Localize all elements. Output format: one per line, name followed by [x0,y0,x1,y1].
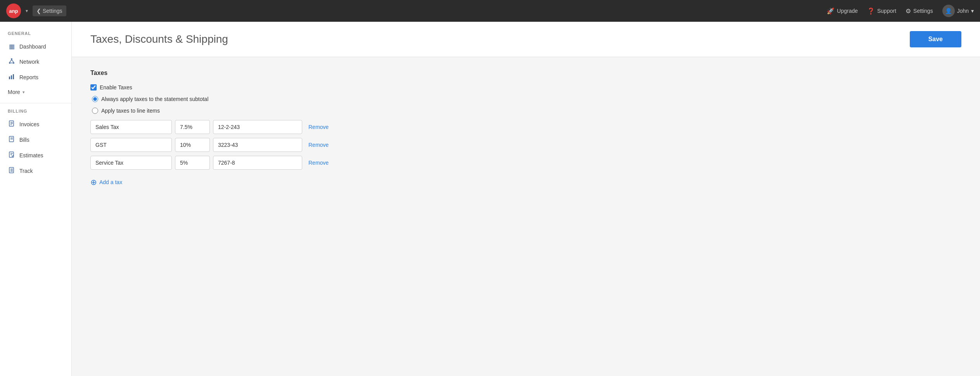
svg-rect-6 [9,77,10,79]
svg-rect-7 [11,75,12,79]
avatar: 👤 [942,5,955,17]
support-action[interactable]: ❓ Support [867,7,896,15]
save-button[interactable]: Save [910,31,961,47]
app-body: GENERAL ▦ Dashboard Network [0,22,980,376]
more-label: More [8,89,20,95]
sidebar-item-reports[interactable]: Reports [0,70,71,85]
avatar-icon: 👤 [945,8,952,14]
sidebar-item-invoices[interactable]: Invoices [0,117,71,132]
radio-statement-subtotal-label: Always apply taxes to the statement subt… [101,96,208,102]
track-icon [8,167,16,175]
page-title: Taxes, Discounts & Shipping [90,33,228,45]
svg-line-4 [12,60,14,62]
page-header: Taxes, Discounts & Shipping Save [72,22,980,57]
taxes-section-title: Taxes [90,70,961,77]
add-tax-label: Add a tax [99,179,122,185]
enable-taxes-checkbox[interactable] [90,84,97,91]
sidebar-more[interactable]: More ▾ [0,85,71,99]
back-icon: ❮ [36,8,41,14]
add-tax-button[interactable]: ⊕ Add a tax [90,178,961,187]
invoices-icon [8,120,16,128]
sidebar-dashboard-label: Dashboard [19,44,46,50]
remove-link-2[interactable]: Remove [308,142,329,148]
bills-icon [8,136,16,144]
sidebar: GENERAL ▦ Dashboard Network [0,22,72,376]
billing-section-label: BILLING [0,107,71,117]
tax-rate-input-2[interactable] [175,138,210,152]
table-row: Remove [90,138,961,152]
top-nav: anp ▾ ❮ Settings 🚀 Upgrade ❓ Support ⚙ S… [0,0,980,22]
table-row: Remove [90,120,961,134]
tax-name-input-3[interactable] [90,156,172,170]
radio-statement-subtotal[interactable]: Always apply taxes to the statement subt… [90,96,961,102]
general-section-label: GENERAL [0,30,71,39]
radio-statement-subtotal-input[interactable] [92,96,98,102]
sidebar-item-track[interactable]: Track [0,163,71,179]
more-chevron-icon: ▾ [23,90,25,95]
table-row: Remove [90,156,961,170]
reports-icon [8,73,16,81]
network-icon [8,58,16,66]
radio-line-items-input[interactable] [92,108,98,114]
radio-line-items-label: Apply taxes to line items [101,108,160,114]
support-label: Support [877,8,896,14]
tax-code-input-2[interactable] [213,138,302,152]
estimates-icon [8,151,16,159]
settings-action[interactable]: ⚙ Settings [906,7,933,15]
user-action[interactable]: 👤 John ▾ [942,5,974,17]
sidebar-item-dashboard[interactable]: ▦ Dashboard [0,39,71,54]
logo-badge[interactable]: anp [6,3,21,18]
settings-nav-label: Settings [913,8,933,14]
sidebar-divider [0,103,71,103]
sidebar-bills-label: Bills [19,137,29,143]
top-nav-right: 🚀 Upgrade ❓ Support ⚙ Settings 👤 John ▾ [827,5,974,17]
user-chevron-icon: ▾ [971,8,974,14]
sidebar-track-label: Track [19,168,33,174]
tax-rows: Remove Remove Remove [90,120,961,170]
tax-name-input-1[interactable] [90,120,172,134]
user-label: John [957,8,969,14]
logo-chevron-icon[interactable]: ▾ [26,8,28,14]
enable-taxes-option[interactable]: Enable Taxes [90,84,961,91]
tax-code-input-1[interactable] [213,120,302,134]
sidebar-item-network[interactable]: Network [0,54,71,70]
sidebar-item-bills[interactable]: Bills [0,132,71,148]
rocket-icon: 🚀 [827,7,835,15]
sidebar-invoices-label: Invoices [19,121,39,127]
help-icon: ❓ [867,7,875,15]
settings-nav-title: Settings [43,8,62,14]
tax-rate-input-1[interactable] [175,120,210,134]
sidebar-item-estimates[interactable]: Estimates [0,148,71,163]
svg-rect-8 [13,74,14,79]
sidebar-reports-label: Reports [19,74,38,80]
dashboard-icon: ▦ [8,43,16,50]
svg-line-3 [10,60,12,62]
content-area: Taxes Enable Taxes Always apply taxes to… [72,57,980,199]
svg-point-0 [11,58,12,60]
tax-rate-input-3[interactable] [175,156,210,170]
enable-taxes-label: Enable Taxes [100,84,132,91]
tax-code-input-3[interactable] [213,156,302,170]
plus-circle-icon: ⊕ [90,178,97,187]
upgrade-label: Upgrade [837,8,858,14]
radio-line-items[interactable]: Apply taxes to line items [90,108,961,114]
upgrade-action[interactable]: 🚀 Upgrade [827,7,858,15]
tax-name-input-2[interactable] [90,138,172,152]
main-content: Taxes, Discounts & Shipping Save Taxes E… [72,22,980,376]
remove-link-1[interactable]: Remove [308,124,329,130]
sidebar-estimates-label: Estimates [19,152,43,158]
back-button[interactable]: ❮ Settings [33,5,66,16]
sidebar-network-label: Network [19,59,39,65]
gear-icon: ⚙ [906,7,911,15]
top-nav-left: anp ▾ ❮ Settings [6,3,827,18]
remove-link-3[interactable]: Remove [308,160,329,166]
